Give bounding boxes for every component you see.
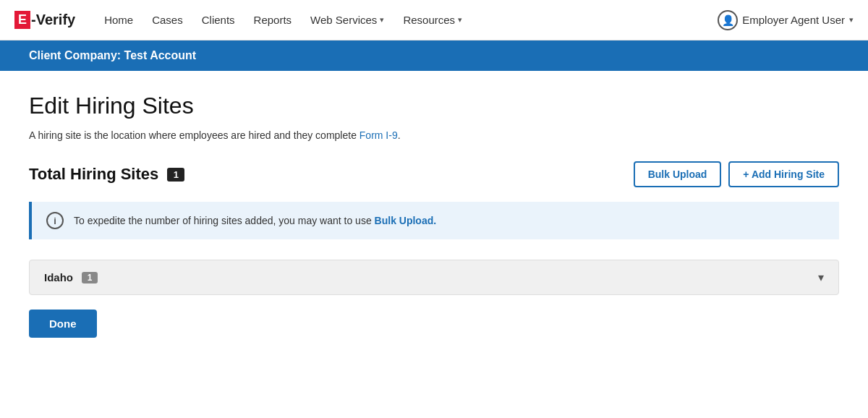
nav-cases[interactable]: Cases (145, 9, 190, 30)
info-box: i To expedite the number of hiring sites… (29, 202, 839, 239)
navigation: E -Verify Home Cases Clients Reports Web… (0, 0, 868, 40)
logo-e: E (14, 11, 30, 29)
client-banner: Client Company: Test Account (0, 40, 868, 71)
nav-reports[interactable]: Reports (247, 9, 299, 30)
info-icon: i (46, 212, 64, 229)
logo-verify: -Verify (31, 12, 75, 28)
accordion-chevron-icon: ▾ (818, 270, 824, 284)
nav-links: Home Cases Clients Reports Web Services … (97, 9, 718, 30)
bulk-upload-link[interactable]: Bulk Upload. (375, 215, 437, 226)
user-menu[interactable]: 👤 Employer Agent User ▾ (718, 10, 854, 30)
logo[interactable]: E -Verify (14, 11, 75, 29)
page-description: A hiring site is the location where empl… (29, 129, 839, 141)
section-header: Total Hiring Sites 1 Bulk Upload + Add H… (29, 161, 839, 187)
main-content: Edit Hiring Sites A hiring site is the l… (0, 71, 868, 367)
account-icon: 👤 (718, 10, 738, 30)
nav-home[interactable]: Home (97, 9, 140, 30)
done-button[interactable]: Done (29, 310, 97, 338)
form-i9-link[interactable]: Form I-9 (359, 129, 398, 141)
nav-web-services[interactable]: Web Services ▾ (303, 9, 391, 30)
section-title: Total Hiring Sites (29, 165, 158, 184)
action-buttons: Bulk Upload + Add Hiring Site (634, 161, 839, 187)
resources-chevron-icon: ▾ (458, 15, 462, 25)
accordion-state-label: Idaho (44, 271, 73, 283)
total-count-badge: 1 (167, 168, 184, 182)
add-hiring-site-button[interactable]: + Add Hiring Site (728, 161, 839, 187)
info-text: To expedite the number of hiring sites a… (74, 215, 436, 226)
accordion-count-badge: 1 (82, 272, 98, 283)
user-chevron-icon: ▾ (849, 15, 854, 25)
nav-resources[interactable]: Resources ▾ (396, 9, 469, 30)
section-title-area: Total Hiring Sites 1 (29, 165, 184, 184)
accordion-idaho[interactable]: Idaho 1 ▾ (29, 260, 839, 295)
nav-clients[interactable]: Clients (195, 9, 242, 30)
web-services-chevron-icon: ▾ (380, 15, 384, 25)
page-title: Edit Hiring Sites (29, 93, 839, 119)
user-label: Employer Agent User (742, 14, 845, 26)
bulk-upload-button[interactable]: Bulk Upload (634, 161, 722, 187)
